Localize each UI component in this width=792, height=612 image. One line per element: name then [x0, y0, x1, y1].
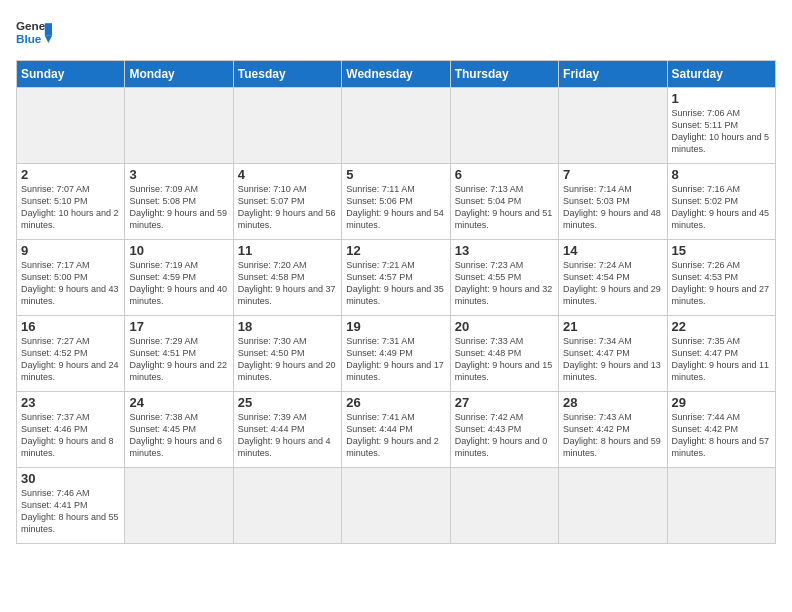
col-tuesday: Tuesday [233, 61, 341, 88]
table-row: 28Sunrise: 7:43 AM Sunset: 4:42 PM Dayli… [559, 392, 667, 468]
table-row [450, 468, 558, 544]
day-info: Sunrise: 7:41 AM Sunset: 4:44 PM Dayligh… [346, 411, 445, 460]
day-info: Sunrise: 7:23 AM Sunset: 4:55 PM Dayligh… [455, 259, 554, 308]
day-number: 13 [455, 243, 554, 258]
day-number: 27 [455, 395, 554, 410]
day-number: 28 [563, 395, 662, 410]
table-row: 30Sunrise: 7:46 AM Sunset: 4:41 PM Dayli… [17, 468, 125, 544]
day-info: Sunrise: 7:11 AM Sunset: 5:06 PM Dayligh… [346, 183, 445, 232]
day-info: Sunrise: 7:39 AM Sunset: 4:44 PM Dayligh… [238, 411, 337, 460]
table-row: 7Sunrise: 7:14 AM Sunset: 5:03 PM Daylig… [559, 164, 667, 240]
day-number: 7 [563, 167, 662, 182]
table-row: 15Sunrise: 7:26 AM Sunset: 4:53 PM Dayli… [667, 240, 775, 316]
day-number: 24 [129, 395, 228, 410]
table-row [125, 88, 233, 164]
day-number: 18 [238, 319, 337, 334]
day-number: 17 [129, 319, 228, 334]
table-row: 22Sunrise: 7:35 AM Sunset: 4:47 PM Dayli… [667, 316, 775, 392]
day-info: Sunrise: 7:29 AM Sunset: 4:51 PM Dayligh… [129, 335, 228, 384]
table-row [450, 88, 558, 164]
day-number: 14 [563, 243, 662, 258]
day-info: Sunrise: 7:14 AM Sunset: 5:03 PM Dayligh… [563, 183, 662, 232]
table-row: 11Sunrise: 7:20 AM Sunset: 4:58 PM Dayli… [233, 240, 341, 316]
table-row: 10Sunrise: 7:19 AM Sunset: 4:59 PM Dayli… [125, 240, 233, 316]
day-info: Sunrise: 7:34 AM Sunset: 4:47 PM Dayligh… [563, 335, 662, 384]
day-info: Sunrise: 7:33 AM Sunset: 4:48 PM Dayligh… [455, 335, 554, 384]
day-number: 23 [21, 395, 120, 410]
header: General Blue [16, 16, 776, 52]
table-row [667, 468, 775, 544]
logo: General Blue [16, 16, 52, 52]
table-row: 24Sunrise: 7:38 AM Sunset: 4:45 PM Dayli… [125, 392, 233, 468]
day-number: 8 [672, 167, 771, 182]
table-row: 26Sunrise: 7:41 AM Sunset: 4:44 PM Dayli… [342, 392, 450, 468]
day-info: Sunrise: 7:06 AM Sunset: 5:11 PM Dayligh… [672, 107, 771, 156]
table-row: 20Sunrise: 7:33 AM Sunset: 4:48 PM Dayli… [450, 316, 558, 392]
day-info: Sunrise: 7:46 AM Sunset: 4:41 PM Dayligh… [21, 487, 120, 536]
day-number: 5 [346, 167, 445, 182]
col-thursday: Thursday [450, 61, 558, 88]
day-number: 11 [238, 243, 337, 258]
svg-marker-2 [45, 23, 52, 36]
day-info: Sunrise: 7:21 AM Sunset: 4:57 PM Dayligh… [346, 259, 445, 308]
day-number: 15 [672, 243, 771, 258]
day-info: Sunrise: 7:43 AM Sunset: 4:42 PM Dayligh… [563, 411, 662, 460]
table-row [233, 468, 341, 544]
svg-marker-3 [45, 36, 52, 43]
day-number: 16 [21, 319, 120, 334]
table-row: 8Sunrise: 7:16 AM Sunset: 5:02 PM Daylig… [667, 164, 775, 240]
col-wednesday: Wednesday [342, 61, 450, 88]
day-number: 6 [455, 167, 554, 182]
calendar: Sunday Monday Tuesday Wednesday Thursday… [16, 60, 776, 544]
table-row: 18Sunrise: 7:30 AM Sunset: 4:50 PM Dayli… [233, 316, 341, 392]
col-sunday: Sunday [17, 61, 125, 88]
table-row: 12Sunrise: 7:21 AM Sunset: 4:57 PM Dayli… [342, 240, 450, 316]
table-row [17, 88, 125, 164]
table-row: 16Sunrise: 7:27 AM Sunset: 4:52 PM Dayli… [17, 316, 125, 392]
day-number: 12 [346, 243, 445, 258]
day-number: 19 [346, 319, 445, 334]
day-info: Sunrise: 7:27 AM Sunset: 4:52 PM Dayligh… [21, 335, 120, 384]
svg-text:Blue: Blue [16, 32, 42, 45]
table-row: 13Sunrise: 7:23 AM Sunset: 4:55 PM Dayli… [450, 240, 558, 316]
day-number: 30 [21, 471, 120, 486]
day-number: 21 [563, 319, 662, 334]
day-number: 29 [672, 395, 771, 410]
day-info: Sunrise: 7:24 AM Sunset: 4:54 PM Dayligh… [563, 259, 662, 308]
day-info: Sunrise: 7:35 AM Sunset: 4:47 PM Dayligh… [672, 335, 771, 384]
col-monday: Monday [125, 61, 233, 88]
table-row: 1Sunrise: 7:06 AM Sunset: 5:11 PM Daylig… [667, 88, 775, 164]
table-row: 17Sunrise: 7:29 AM Sunset: 4:51 PM Dayli… [125, 316, 233, 392]
day-number: 22 [672, 319, 771, 334]
day-number: 1 [672, 91, 771, 106]
table-row: 5Sunrise: 7:11 AM Sunset: 5:06 PM Daylig… [342, 164, 450, 240]
col-friday: Friday [559, 61, 667, 88]
day-info: Sunrise: 7:16 AM Sunset: 5:02 PM Dayligh… [672, 183, 771, 232]
page: General Blue Sunday Monday Tuesday Wedne… [0, 0, 792, 552]
day-info: Sunrise: 7:31 AM Sunset: 4:49 PM Dayligh… [346, 335, 445, 384]
table-row [342, 468, 450, 544]
table-row [342, 88, 450, 164]
day-number: 20 [455, 319, 554, 334]
table-row: 4Sunrise: 7:10 AM Sunset: 5:07 PM Daylig… [233, 164, 341, 240]
day-info: Sunrise: 7:07 AM Sunset: 5:10 PM Dayligh… [21, 183, 120, 232]
day-info: Sunrise: 7:20 AM Sunset: 4:58 PM Dayligh… [238, 259, 337, 308]
col-saturday: Saturday [667, 61, 775, 88]
table-row: 2Sunrise: 7:07 AM Sunset: 5:10 PM Daylig… [17, 164, 125, 240]
table-row: 29Sunrise: 7:44 AM Sunset: 4:42 PM Dayli… [667, 392, 775, 468]
table-row: 19Sunrise: 7:31 AM Sunset: 4:49 PM Dayli… [342, 316, 450, 392]
day-number: 10 [129, 243, 228, 258]
table-row: 27Sunrise: 7:42 AM Sunset: 4:43 PM Dayli… [450, 392, 558, 468]
calendar-header-row: Sunday Monday Tuesday Wednesday Thursday… [17, 61, 776, 88]
day-info: Sunrise: 7:44 AM Sunset: 4:42 PM Dayligh… [672, 411, 771, 460]
table-row: 3Sunrise: 7:09 AM Sunset: 5:08 PM Daylig… [125, 164, 233, 240]
day-number: 4 [238, 167, 337, 182]
day-number: 2 [21, 167, 120, 182]
day-info: Sunrise: 7:30 AM Sunset: 4:50 PM Dayligh… [238, 335, 337, 384]
day-number: 25 [238, 395, 337, 410]
day-info: Sunrise: 7:37 AM Sunset: 4:46 PM Dayligh… [21, 411, 120, 460]
table-row: 6Sunrise: 7:13 AM Sunset: 5:04 PM Daylig… [450, 164, 558, 240]
table-row [559, 468, 667, 544]
day-info: Sunrise: 7:13 AM Sunset: 5:04 PM Dayligh… [455, 183, 554, 232]
table-row [233, 88, 341, 164]
